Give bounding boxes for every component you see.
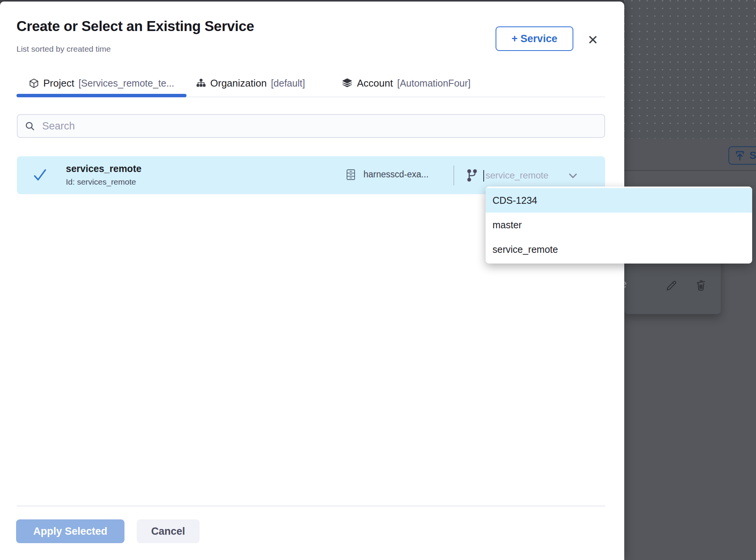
search-input[interactable] [42, 120, 604, 132]
edit-pencil-icon [664, 278, 677, 291]
search-icon [25, 121, 35, 131]
service-id: Id: services_remote [66, 177, 136, 187]
save-button-label: S [749, 150, 756, 162]
search-box [17, 114, 605, 138]
service-select-modal: Create or Select an Existing Service Lis… [0, 2, 624, 560]
tab-project-scope: [Services_remote_te... [79, 78, 174, 89]
tab-project-label: Project [43, 77, 74, 89]
branch-dropdown: CDS-1234 master service_remote [486, 187, 752, 264]
tab-project[interactable]: Project [Services_remote_te... [16, 72, 187, 94]
upload-icon [734, 150, 746, 161]
branch-option-service-remote[interactable]: service_remote [486, 237, 752, 262]
cube-icon [29, 78, 39, 89]
cancel-label: Cancel [151, 526, 185, 537]
selected-check-icon [33, 168, 47, 182]
vertical-divider [453, 165, 454, 185]
branch-input[interactable]: service_remote [486, 170, 566, 181]
modal-title: Create or Select an Existing Service [16, 18, 254, 34]
tab-account-scope: [AutomationFour] [397, 78, 471, 89]
tab-organization-label: Organization [210, 77, 267, 89]
git-branch-icon [466, 169, 478, 182]
org-hierarchy-icon [196, 78, 206, 88]
modal-subtitle: List sorted by created time [16, 44, 111, 54]
canvas-toolbar: S [624, 139, 756, 171]
active-tab-underline [16, 94, 187, 97]
tab-organization-scope: [default] [271, 78, 305, 89]
new-service-label: + Service [512, 33, 557, 45]
branch-option-master[interactable]: master [486, 213, 752, 237]
close-icon: ✕ [587, 32, 599, 47]
branch-option-cds-1234[interactable]: CDS-1234 [486, 188, 752, 213]
tab-account[interactable]: Account [AutomationFour] [342, 72, 471, 94]
layers-icon [342, 78, 353, 88]
repository-name: harnesscd-exa... [363, 169, 429, 180]
close-button[interactable]: ✕ [584, 31, 602, 49]
apply-selected-label: Apply Selected [33, 526, 108, 537]
footer-divider [17, 506, 605, 506]
delete-trash-icon [694, 278, 707, 291]
tab-organization[interactable]: Organization [default] [196, 72, 305, 94]
cancel-button[interactable]: Cancel [137, 519, 200, 543]
save-button: S [728, 146, 756, 165]
pipeline-canvas-dotted [624, 0, 756, 139]
dimmed-background: S e [624, 0, 756, 560]
screen: S e Create or Select an Existing Service… [0, 0, 756, 560]
text-caret [483, 170, 484, 182]
tab-account-label: Account [357, 77, 393, 89]
chevron-down-icon[interactable] [569, 173, 577, 179]
new-service-button[interactable]: + Service [496, 26, 573, 51]
repository-icon [345, 169, 356, 181]
apply-selected-button[interactable]: Apply Selected [16, 519, 124, 543]
service-name: services_remote [66, 163, 141, 174]
